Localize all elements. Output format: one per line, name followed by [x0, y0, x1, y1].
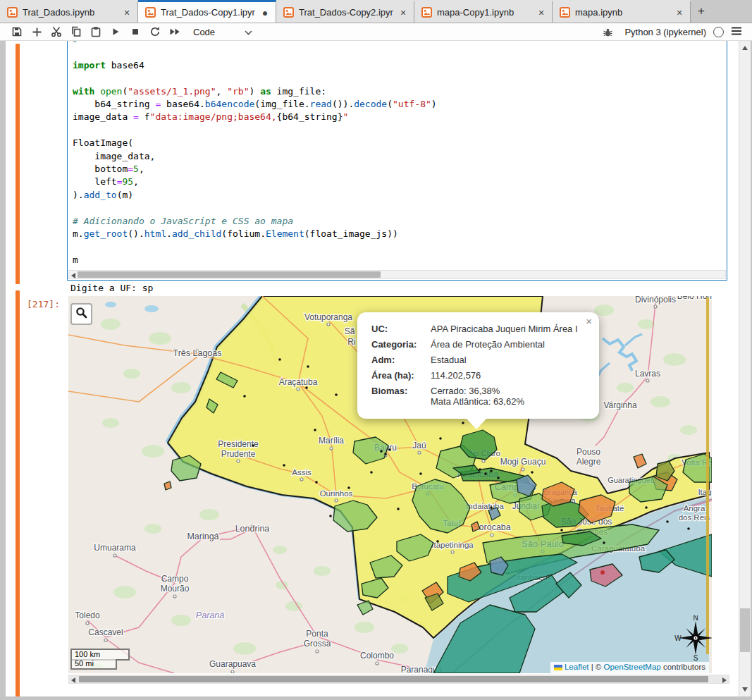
tab-label: Trat_Dados-Copy1.ipynb — [161, 7, 255, 18]
copy-button[interactable] — [66, 24, 86, 39]
svg-text:Colombo: Colombo — [360, 651, 394, 661]
svg-text:Ri: Ri — [347, 337, 355, 347]
popup-row-label: Área (ha): — [371, 370, 431, 381]
popup-row-label: Adm: — [371, 355, 431, 365]
popup-row: Área (ha):114.202,576 — [371, 370, 585, 381]
code-cell-editor[interactable]: # --------------------------------------… — [67, 41, 727, 281]
jupyter-window: Trat_Dados.ipynb×Trat_Dados-Copy1.ipynb●… — [0, 0, 752, 700]
svg-text:Itaguaí: Itaguaí — [698, 488, 712, 496]
attribution-suffix: contributors — [661, 663, 705, 671]
notebook-file-icon — [560, 7, 570, 18]
window-bottom-edge — [0, 696, 752, 700]
svg-text:Mogi Guaçu: Mogi Guaçu — [500, 457, 546, 467]
tab-label: mapa-Copy1.ipynb — [437, 7, 531, 18]
run-button[interactable] — [106, 24, 125, 39]
stop-button[interactable] — [125, 24, 145, 39]
add-cell-icon — [32, 27, 42, 37]
scroll-down-arrow-icon[interactable] — [739, 684, 751, 695]
popup-row-value: Área de Proteção Ambiental — [431, 339, 585, 350]
osm-link[interactable]: OpenStreetMap — [604, 663, 661, 671]
fast-forward-button[interactable] — [165, 24, 185, 39]
svg-text:Assis: Assis — [292, 468, 312, 477]
svg-text:Cascavel: Cascavel — [88, 627, 123, 637]
popup-row: Biomas:Cerrado: 36,38% Mata Atlântica: 6… — [371, 386, 585, 407]
svg-text:Indaiatuba: Indaiatuba — [466, 502, 504, 510]
popup-pointer — [467, 419, 486, 429]
map-search-button[interactable] — [70, 303, 92, 325]
map-attribution: Leaflet | © OpenStreetMap contributors — [550, 662, 709, 673]
svg-text:Varginha: Varginha — [603, 400, 636, 410]
notebook-file-icon — [7, 7, 18, 18]
code-cell-horizontal-scrollbar[interactable] — [68, 270, 726, 279]
scrollbar-thumb[interactable] — [78, 271, 381, 278]
scroll-up-arrow-icon[interactable] — [739, 42, 751, 54]
svg-text:Marília: Marília — [319, 436, 344, 446]
fast-forward-icon — [169, 27, 181, 37]
svg-text:Paraná: Paraná — [196, 610, 224, 620]
add-cell-button[interactable] — [27, 24, 47, 39]
stdin-echo-output: Digite a UF: sp — [70, 283, 153, 293]
browser-tab-trat_dados-copy2-ipynb[interactable]: Trat_Dados-Copy2.ipynb× — [276, 0, 414, 23]
stop-icon — [130, 27, 140, 37]
cut-button[interactable] — [47, 24, 66, 39]
svg-text:W: W — [674, 634, 682, 642]
notebook-file-icon — [421, 7, 432, 18]
svg-text:Maringá: Maringá — [187, 532, 218, 541]
browser-tab-mapa-copy1-ipynb[interactable]: mapa-Copy1.ipynb× — [414, 0, 553, 23]
tab-label: Trat_Dados.ipynb — [23, 7, 117, 18]
browser-tab-trat_dados-copy1-ipynb[interactable]: Trat_Dados-Copy1.ipynb● — [138, 0, 276, 23]
output-horizontal-scrollbar[interactable] — [68, 675, 729, 684]
svg-text:Pouso: Pouso — [577, 447, 600, 457]
notebook-scroll-area: # --------------------------------------… — [6, 41, 739, 696]
new-tab-button[interactable]: + — [691, 0, 712, 23]
compass-rose-icon: N S W E — [673, 615, 712, 661]
svg-text:Votuporanga: Votuporanga — [304, 312, 352, 322]
copy-icon — [70, 26, 82, 37]
tab-dirty-dot-icon[interactable]: ● — [260, 7, 270, 18]
scroll-right-arrow-icon[interactable] — [722, 677, 727, 683]
ukraine-flag-icon — [554, 665, 562, 670]
notebook-toolbar: Code Python 3 (ipykernel) — [0, 23, 752, 41]
svg-text:Campo: Campo — [161, 574, 189, 584]
save-button[interactable] — [7, 24, 27, 39]
scrollbar-thumb[interactable] — [740, 608, 750, 652]
leaflet-link[interactable]: Leaflet — [565, 663, 589, 671]
cell-type-dropdown[interactable]: Code — [193, 27, 252, 37]
hamburger-menu-icon[interactable] — [731, 26, 742, 38]
svg-text:Londrina: Londrina — [235, 524, 270, 534]
scroll-left-arrow-icon[interactable] — [71, 677, 75, 683]
kernel-status-idle-circle-icon — [713, 27, 724, 37]
paste-icon — [90, 26, 101, 37]
popup-row-label: UC: — [371, 324, 431, 334]
debugger-bug-icon[interactable] — [598, 24, 617, 39]
svg-text:Divinópolis: Divinópolis — [635, 296, 676, 305]
svg-text:Mourão: Mourão — [161, 584, 190, 594]
paste-button[interactable] — [86, 24, 106, 39]
svg-text:Três Lagoas: Três Lagoas — [173, 348, 221, 358]
tab-close-icon[interactable]: × — [122, 7, 132, 18]
search-icon — [75, 307, 87, 321]
cell-output-collapser[interactable] — [16, 290, 20, 696]
scrollbar-thumb[interactable] — [79, 676, 708, 682]
svg-text:N: N — [693, 615, 698, 622]
svg-text:Prudente: Prudente — [221, 449, 256, 459]
attribution-separator: | © — [588, 663, 603, 671]
svg-text:dos Reis: dos Reis — [679, 513, 710, 522]
browser-tab-mapa-ipynb[interactable]: mapa.ipynb× — [553, 0, 691, 23]
tab-close-icon[interactable]: × — [536, 7, 546, 18]
tab-close-icon[interactable]: × — [398, 7, 408, 18]
kernel-name[interactable]: Python 3 (ipykernel) — [624, 27, 706, 37]
code-text: # --------------------------------------… — [73, 41, 437, 266]
map-scale-mi: 50 mi — [70, 659, 117, 670]
cell-input-collapser[interactable] — [16, 44, 20, 284]
notebook-file-icon — [283, 7, 294, 18]
browser-tab-trat_dados-ipynb[interactable]: Trat_Dados.ipynb× — [0, 0, 138, 23]
scroll-left-arrow-icon[interactable] — [71, 273, 75, 278]
popup-close-icon[interactable]: × — [586, 316, 592, 326]
tab-label: mapa.ipynb — [575, 7, 670, 18]
notebook-vertical-scrollbar[interactable] — [739, 41, 751, 696]
restart-button[interactable] — [145, 24, 165, 39]
save-icon — [11, 26, 23, 37]
tab-close-icon[interactable]: × — [674, 7, 684, 18]
folium-map-output[interactable]: Três LagoasVotuporangaSãRiAraçatubaMaríl… — [68, 296, 712, 673]
